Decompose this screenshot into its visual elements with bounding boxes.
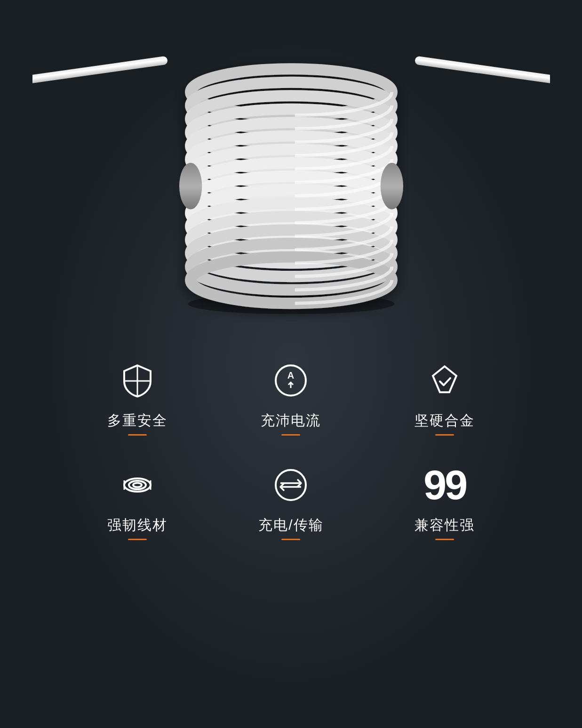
99-icon: 99: [423, 464, 466, 506]
feature-hard-alloy-label: 坚硬合金: [415, 411, 475, 429]
arrows-circle-icon: [270, 464, 312, 506]
feature-compatibility-underline: [435, 539, 454, 540]
feature-multi-safety: 多重安全: [70, 359, 205, 436]
feature-tough-cable: 强韧线材: [70, 464, 205, 540]
svg-point-40: [133, 483, 142, 487]
feature-full-current-label: 充沛电流: [261, 411, 321, 429]
feature-charge-transfer-label: 充电/传输: [258, 516, 323, 534]
feature-tough-cable-underline: [128, 539, 147, 540]
svg-point-31: [179, 163, 202, 210]
features-grid: 多重安全 A 充沛电流: [32, 331, 550, 568]
feature-compatibility: 99 兼容性强: [377, 464, 512, 540]
feature-hard-alloy-underline: [435, 434, 454, 436]
a1-circle-icon: A: [270, 359, 312, 402]
svg-point-43: [276, 470, 306, 500]
feature-multi-safety-underline: [128, 434, 147, 436]
99-number: 99: [423, 464, 466, 506]
svg-text:A: A: [287, 370, 294, 380]
cable-coil: [131, 49, 451, 322]
svg-point-32: [380, 163, 403, 210]
feature-compatibility-label: 兼容性强: [415, 516, 475, 534]
feature-tough-cable-label: 强韧线材: [107, 516, 167, 534]
feature-charge-transfer-underline: [281, 539, 300, 540]
feature-charge-transfer: 充电/传输: [223, 464, 359, 540]
feature-multi-safety-label: 多重安全: [107, 411, 167, 429]
shield-icon: [116, 359, 159, 402]
feature-hard-alloy: 坚硬合金: [377, 359, 512, 436]
feature-full-current-underline: [281, 434, 300, 436]
feature-full-current: A 充沛电流: [223, 359, 359, 436]
coil-icon: [116, 464, 159, 506]
diamond-icon: [423, 359, 466, 402]
product-card: 多重安全 A 充沛电流: [32, 20, 550, 708]
